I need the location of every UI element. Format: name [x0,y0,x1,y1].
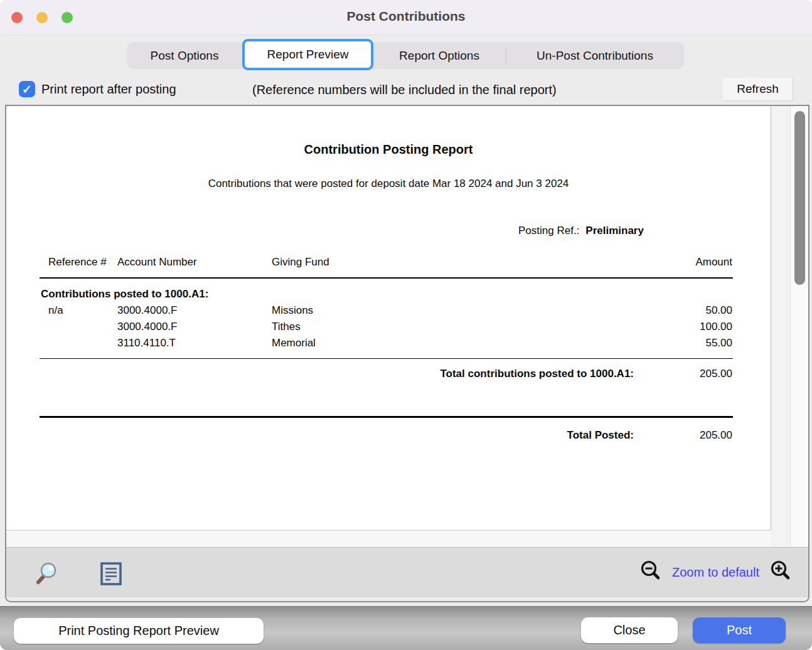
report-title: Contribution Posting Report [6,142,771,156]
report-subtitle: Contributions that were posted for depos… [6,177,771,191]
tab-report-preview[interactable]: Report Preview [242,39,373,70]
zoom-out-icon[interactable] [639,560,662,585]
report-rule-grand-total [40,416,733,418]
report-preview-panel: Contribution Posting Report Contribution… [5,105,809,602]
bottom-action-bar: Print Posting Report Preview Close Post [0,606,812,650]
row-amount: 100.00 [700,320,732,334]
vertical-scrollbar[interactable] [790,106,808,546]
magnifier-icon[interactable] [33,560,58,589]
close-button[interactable]: Close [581,617,678,643]
print-report-checkbox-label[interactable]: Print report after posting [41,82,176,97]
zoom-in-icon[interactable] [769,560,792,585]
row-fund: Memorial [272,336,316,350]
row-amount: 55.00 [705,336,732,350]
total-posted-label: Total Posted: [567,429,634,442]
preview-right-gutter [771,106,790,546]
row-account: 3110.4110.T [117,336,176,350]
col-header-amount: Amount [695,255,732,269]
row-account: 3000.4000.F [117,304,177,317]
report-rule-header [40,277,733,279]
vertical-scrollbar-thumb[interactable] [794,111,805,285]
row-reference: n/a [48,304,63,317]
post-contributions-window: Post Contributions Post Options Report O… [0,0,812,650]
col-header-account: Account Number [117,255,197,269]
posting-ref-label: Posting Ref.: [518,225,579,237]
tab-report-options[interactable]: Report Options [373,42,506,69]
total-posted-amount: 205.00 [700,429,732,442]
row-fund: Missions [272,304,313,317]
horizontal-scrollbar[interactable] [6,530,771,546]
print-posting-report-preview-button[interactable]: Print Posting Report Preview [14,618,264,644]
col-header-reference: Reference # [48,255,107,269]
col-header-fund: Giving Fund [272,255,329,269]
posting-ref-line: Posting Ref.:Preliminary [518,224,644,238]
window-title: Post Contributions [0,9,812,24]
tab-bar: Post Options Report Options Un-Post Cont… [127,42,684,69]
tab-un-post-contributions[interactable]: Un-Post Contributions [506,42,684,69]
tab-divider [506,48,506,63]
checkmark-icon: ✓ [22,82,32,97]
row-amount: 50.00 [705,304,732,317]
refresh-button[interactable]: Refresh [723,78,793,101]
zoom-controls: Zoom to default [639,548,792,597]
group-total-amount: 205.00 [700,367,732,381]
report-rule-group-total [40,358,733,359]
zoom-to-default-link[interactable]: Zoom to default [672,565,759,580]
post-button[interactable]: Post [693,617,786,643]
title-bar: Post Contributions [0,0,812,35]
row-fund: Tithes [272,320,301,334]
print-report-checkbox[interactable]: ✓ [19,81,35,97]
group-total-label: Total contributions posted to 1000.A1: [440,367,634,381]
reference-numbers-note: (Reference numbers will be included in t… [252,83,557,97]
preview-toolbar: Zoom to default [6,547,808,597]
document-report-icon[interactable] [100,562,122,588]
tab-post-options[interactable]: Post Options [127,42,242,69]
report-page: Contribution Posting Report Contribution… [6,106,771,530]
group-header: Contributions posted to 1000.A1: [41,287,208,301]
row-account: 3000.4000.F [117,320,177,334]
posting-ref-value: Preliminary [585,225,644,237]
